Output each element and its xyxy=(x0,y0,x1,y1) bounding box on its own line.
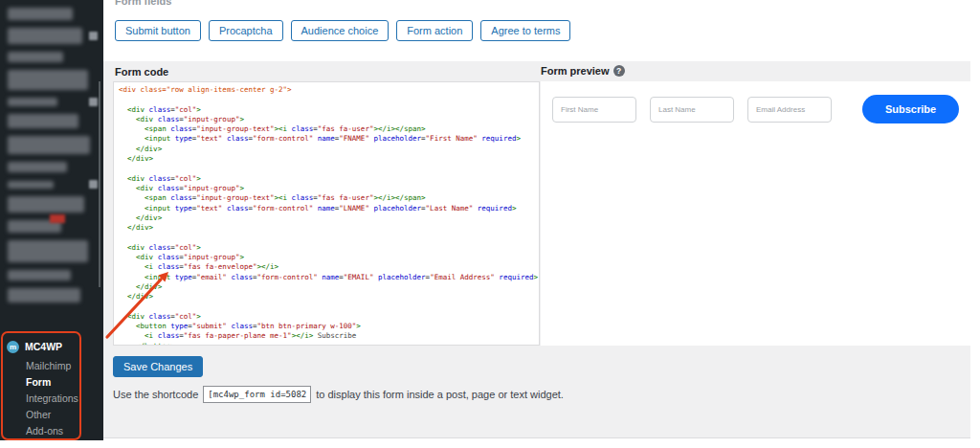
code-line: <input type="email" class="form-control"… xyxy=(119,273,539,282)
form-preview-header: Form preview ? xyxy=(541,65,625,77)
code-line: </div> xyxy=(119,213,539,223)
field-button-form-action[interactable]: Form action xyxy=(396,20,473,41)
sidebar-item-other[interactable]: Other xyxy=(0,407,103,423)
menu-icon xyxy=(89,180,98,189)
redacted-menu-item xyxy=(8,98,103,106)
field-button-submit-button[interactable]: Submit button xyxy=(115,20,201,41)
code-line: </div> xyxy=(119,292,539,302)
code-line: </div> xyxy=(119,223,539,233)
code-line: <i class="fas fa-envelope"></i> xyxy=(119,262,539,272)
sidebar-item-mc4wp[interactable]: m MC4WP xyxy=(0,337,103,356)
field-button-agree-to-terms[interactable]: Agree to terms xyxy=(480,20,570,41)
menu-icon xyxy=(89,32,98,40)
preview-form-row: Subscribe xyxy=(541,81,970,123)
sidebar-item-add-ons[interactable]: Add-ons xyxy=(0,423,103,439)
redacted-menu-item xyxy=(8,70,88,90)
code-line: <input type="text" class="form-control" … xyxy=(119,134,539,144)
code-line: <div class="input-group"> xyxy=(119,115,539,124)
shortcode-value[interactable]: [mc4wp_form id=5082 xyxy=(203,386,311,403)
code-line xyxy=(119,95,539,104)
form-code-editor[interactable]: <div class="row align-items-center g-2">… xyxy=(113,81,540,346)
field-buttons: Submit buttonProcaptchaAudience choiceFo… xyxy=(115,20,570,41)
redacted-menu-item xyxy=(8,240,88,262)
admin-sidebar: m MC4WP MailchimpFormIntegrationsOtherAd… xyxy=(0,0,103,440)
preview-input-first-name[interactable] xyxy=(552,97,636,123)
redacted-menu-item xyxy=(8,8,73,20)
field-button-procaptcha[interactable]: Procaptcha xyxy=(209,20,283,41)
code-line: <span class="input-group-text"><i class=… xyxy=(119,124,539,134)
form-fields-toolbar: Form fields Submit buttonProcaptchaAudie… xyxy=(103,0,970,61)
shortcode-suffix: to display this form inside a post, page… xyxy=(316,389,564,400)
form-code-label: Form code xyxy=(115,66,168,78)
code-line: <div class="row align-items-center g-2"> xyxy=(119,85,539,95)
code-line: </button> xyxy=(119,342,539,346)
sidebar-item-mailchimp[interactable]: Mailchimp xyxy=(0,358,103,374)
redacted-menu-item xyxy=(8,136,90,154)
redacted-menu-item xyxy=(8,162,67,172)
sidebar-scrollbar[interactable] xyxy=(99,81,100,287)
redacted-menu-item xyxy=(8,180,103,189)
code-line: <div class="col"> xyxy=(119,312,539,322)
shortcode-prefix: Use the shortcode xyxy=(113,389,198,400)
code-line: <i class="fas fa-paper-plane me-1"></i> … xyxy=(119,331,539,341)
mc4wp-submenu: MailchimpFormIntegrationsOtherAdd-ons xyxy=(0,358,103,439)
mc4wp-label: MC4WP xyxy=(25,341,62,352)
shortcode-help: Use the shortcode [mc4wp_form id=5082 to… xyxy=(113,386,564,403)
preview-input-last-name[interactable] xyxy=(650,97,734,123)
redacted-highlight xyxy=(50,214,65,223)
field-button-audience-choice[interactable]: Audience choice xyxy=(291,20,390,41)
redacted-menu-item xyxy=(8,196,84,213)
menu-icon xyxy=(89,98,98,106)
code-line: </div> xyxy=(119,145,539,154)
form-preview-label: Form preview xyxy=(541,65,610,77)
form-editor-content: Form fields Submit buttonProcaptchaAudie… xyxy=(103,0,970,438)
code-line xyxy=(119,233,539,242)
redacted-menu-item xyxy=(8,52,63,62)
help-icon[interactable]: ? xyxy=(613,65,625,77)
redacted-menu-item xyxy=(8,288,80,302)
code-line xyxy=(119,302,539,312)
form-fields-label: Form fields xyxy=(115,0,171,7)
sidebar-item-form[interactable]: Form xyxy=(0,374,103,391)
code-lines: <div class="row align-items-center g-2">… xyxy=(119,85,539,346)
code-line: </div> xyxy=(119,282,539,292)
code-line: <div class="col"> xyxy=(119,243,539,253)
code-line: <input type="text" class="form-control" … xyxy=(119,204,539,213)
code-line: <span class="input-group-text"><i class=… xyxy=(119,193,539,203)
sidebar-item-integrations[interactable]: Integrations xyxy=(0,391,103,407)
code-line: <div class="input-group"> xyxy=(119,253,539,262)
subscribe-button[interactable]: Subscribe xyxy=(862,95,959,123)
mc4wp-icon: m xyxy=(7,341,19,353)
code-line xyxy=(119,164,539,173)
code-line: <div class="input-group"> xyxy=(119,184,539,193)
save-changes-button[interactable]: Save Changes xyxy=(113,356,203,377)
redacted-menu-item xyxy=(8,28,103,44)
preview-input-email-address[interactable] xyxy=(747,97,832,123)
form-preview-panel: Subscribe xyxy=(541,81,970,346)
redacted-menu-item xyxy=(8,114,78,128)
code-line: <div class="col"> xyxy=(119,105,539,115)
code-line: <button type="submit" class="btn btn-pri… xyxy=(119,322,539,331)
code-line: <div class="col"> xyxy=(119,174,539,184)
redacted-menu-items xyxy=(0,0,103,302)
preview-fields xyxy=(552,97,832,123)
code-line: </div> xyxy=(119,154,539,164)
redacted-menu-item xyxy=(8,270,71,280)
